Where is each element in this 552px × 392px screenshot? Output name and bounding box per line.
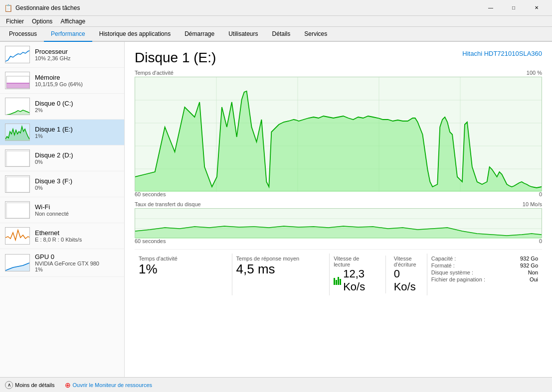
menu-options[interactable]: Options [28, 17, 56, 26]
activite-group: Temps d'activité 1% [135, 254, 232, 295]
chart-model-name: HDT721010SLA360 [484, 50, 542, 57]
monitor-button[interactable]: ⊕ Ouvrir le Moniteur de ressources [65, 381, 153, 389]
gpu-name: GPU 0 [35, 253, 119, 261]
eth-stat: E : 8,0 R : 0 Kbits/s [35, 237, 119, 243]
detail-col: Capacité : 932 Go Formaté : 932 Go Disqu… [427, 254, 542, 295]
detail-pagination: Fichier de pagination : Oui [431, 276, 538, 282]
less-detail-button[interactable]: ∧ Moins de détails [5, 381, 55, 389]
wifi-name: Wi-Fi [35, 203, 119, 211]
sidebar-item-cpu[interactable]: Processeur 10% 2,36 GHz [0, 42, 124, 68]
disk2-thumbnail [5, 149, 30, 167]
mem-name: Mémoire [35, 74, 119, 81]
chart-area: Disque 1 (E:) Hitachi HDT721010SLA360 Te… [125, 42, 552, 377]
svg-marker-18 [135, 91, 542, 192]
disk2-stat: 0% [35, 159, 119, 165]
monitor-label: Ouvrir le Moniteur de ressources [73, 382, 153, 388]
disk1-stat: 1% [35, 133, 119, 139]
activite-label: Temps d'activité [139, 256, 228, 261]
activity-time: 60 secondes [135, 191, 166, 197]
sidebar-item-disk1[interactable]: Disque 1 (E:) 1% [0, 120, 124, 145]
gpu-stat: NVIDIA GeForce GTX 980 [35, 261, 119, 266]
tab-demarrage[interactable]: Démarrage [178, 27, 221, 42]
sidebar-item-gpu[interactable]: GPU 0 NVIDIA GeForce GTX 980 1% [0, 249, 124, 277]
sidebar-item-disk0[interactable]: Disque 0 (C:) 2% [0, 94, 124, 120]
lecture-group: Vitesse de lecture 12,3 Ko/s [334, 256, 372, 293]
bottombar: ∧ Moins de détails ⊕ Ouvrir le Moniteur … [0, 377, 552, 392]
sidebar: Processeur 10% 2,36 GHz Mémoire 10,1/15,… [0, 42, 125, 377]
reponse-value: 4,5 ms [236, 261, 326, 277]
disk3-stat: 0% [35, 185, 119, 191]
disk3-thumbnail [5, 175, 30, 193]
transfer-label: Taux de transfert du disque [135, 201, 201, 207]
sidebar-item-memory[interactable]: Mémoire 10,1/15,9 Go (64%) [0, 68, 124, 94]
cpu-stat: 10% 2,36 GHz [35, 55, 119, 61]
activity-time-row: 60 secondes 0 [135, 191, 542, 197]
disk0-stat: 2% [35, 107, 119, 113]
sidebar-item-disk2[interactable]: Disque 2 (D:) 0% [0, 145, 124, 171]
mem-stat: 10,1/15,9 Go (64%) [35, 81, 119, 87]
gpu-usage: 1% [35, 266, 119, 272]
maximize-button[interactable]: □ [502, 0, 525, 16]
lecture-value: 12,3 Ko/s [343, 267, 372, 293]
svg-rect-5 [6, 151, 29, 166]
cpu-info: Processeur 10% 2,36 GHz [35, 48, 119, 61]
tab-utilisateurs[interactable]: Utilisateurs [221, 27, 265, 42]
minimize-button[interactable]: — [479, 0, 502, 16]
close-button[interactable]: ✕ [525, 0, 548, 16]
svg-rect-6 [6, 177, 29, 192]
tabbar: Processus Performance Historique des app… [0, 27, 552, 42]
sidebar-item-ethernet[interactable]: Ethernet E : 8,0 R : 0 Kbits/s [0, 223, 124, 249]
window-controls: — □ ✕ [479, 0, 548, 16]
chart-model-prefix: Hitachi [462, 50, 484, 57]
activite-value: 1% [139, 261, 228, 277]
disk3-info: Disque 3 (F:) 0% [35, 177, 119, 191]
svg-marker-21 [135, 226, 542, 239]
disk1-name: Disque 1 (E:) [35, 126, 119, 133]
eth-info: Ethernet E : 8,0 R : 0 Kbits/s [35, 229, 119, 243]
menu-fichier[interactable]: Fichier [2, 17, 28, 26]
tab-processus[interactable]: Processus [2, 27, 44, 42]
less-detail-label: Moins de détails [15, 382, 55, 388]
wifi-thumbnail [5, 201, 30, 219]
disk2-info: Disque 2 (D:) 0% [35, 151, 119, 165]
disk0-thumbnail [5, 98, 30, 115]
transfer-chart [135, 208, 542, 238]
reponse-label: Temps de réponse moyen [236, 256, 326, 261]
disk1-info: Disque 1 (E:) 1% [35, 126, 119, 139]
tab-services[interactable]: Services [297, 27, 334, 42]
detail-systeme: Disque système : Non [431, 269, 538, 275]
activity-max: 100 % [527, 70, 542, 76]
titlebar: 📋 Gestionnaire des tâches — □ ✕ [0, 0, 552, 16]
cpu-name: Processeur [35, 48, 119, 55]
cpu-thumbnail [5, 46, 30, 63]
disk1-thumbnail [5, 124, 30, 141]
gpu-thumbnail [5, 254, 30, 271]
tab-historique[interactable]: Historique des applications [92, 27, 178, 42]
activity-min: 0 [539, 191, 542, 197]
chevron-up-icon: ∧ [5, 381, 13, 389]
ecriture-value: 0 Ko/s [394, 267, 416, 293]
transfer-max: 10 Mo/s [523, 201, 542, 207]
menu-affichage[interactable]: Affichage [56, 17, 89, 26]
chart-model: Hitachi HDT721010SLA360 [462, 50, 542, 57]
mem-info: Mémoire 10,1/15,9 Go (64%) [35, 74, 119, 87]
disk0-info: Disque 0 (C:) 2% [35, 100, 119, 113]
app-icon: 📋 [4, 4, 12, 12]
tab-performance[interactable]: Performance [44, 27, 92, 42]
svg-rect-8 [6, 203, 29, 218]
eth-thumbnail [5, 227, 30, 245]
speeds-group: Vitesse de lecture 12,3 Ko/s [330, 254, 427, 295]
tab-details[interactable]: Détails [265, 27, 298, 42]
disk0-name: Disque 0 (C:) [35, 100, 119, 107]
eth-name: Ethernet [35, 229, 119, 237]
monitor-icon: ⊕ [65, 381, 71, 389]
menubar: Fichier Options Affichage [0, 16, 552, 27]
disk2-name: Disque 2 (D:) [35, 151, 119, 159]
svg-rect-1 [6, 83, 29, 88]
sidebar-item-disk3[interactable]: Disque 3 (F:) 0% [0, 171, 124, 197]
transfer-section: Taux de transfert du disque 10 Mo/s 7 Mo… [135, 201, 542, 244]
disk3-name: Disque 3 (F:) [35, 177, 119, 185]
chart-title: Disque 1 (E:) [135, 50, 216, 66]
sidebar-item-wifi[interactable]: Wi-Fi Non connecté [0, 197, 124, 223]
app-title: Gestionnaire des tâches [15, 4, 479, 11]
